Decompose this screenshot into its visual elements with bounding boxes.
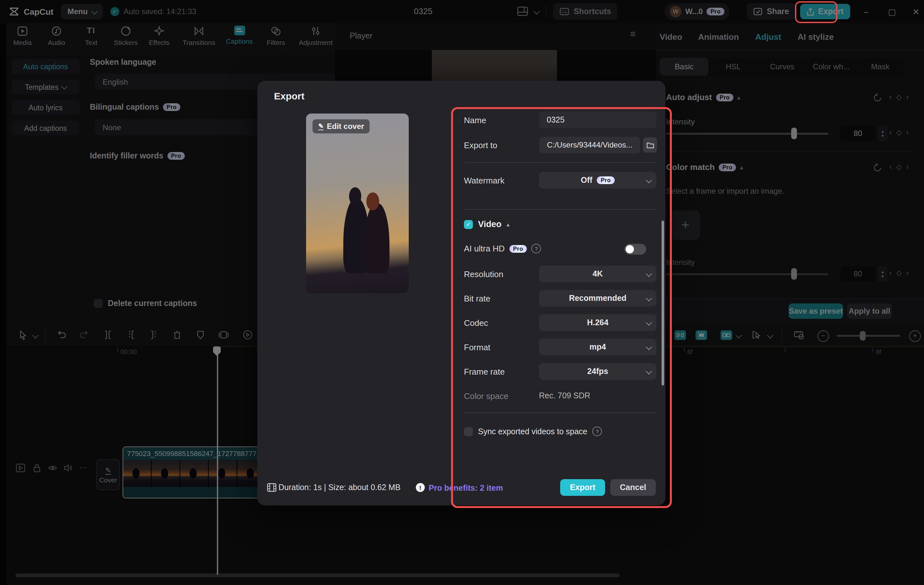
format-label: Format <box>464 343 490 352</box>
help-icon: ? <box>592 427 602 436</box>
pro-badge: Pro <box>509 245 527 252</box>
bitrate-dropdown[interactable]: Recommended <box>539 290 657 307</box>
info-icon: ! <box>416 483 425 492</box>
sync-row: Sync exported videos to space ? <box>464 427 602 436</box>
video-section-header: ✓ Video ▴ <box>464 219 510 229</box>
pro-badge: Pro <box>597 176 614 184</box>
collapse-icon[interactable]: ▴ <box>507 221 510 227</box>
codec-dropdown[interactable]: H.264 <box>539 314 657 331</box>
chevron-down-icon <box>646 319 652 326</box>
bitrate-label: Bit rate <box>464 294 490 303</box>
export-dialog: Export ✎ Edit cover Name Export to C:/Us… <box>257 81 665 506</box>
cover-preview: ✎ Edit cover <box>306 114 409 293</box>
chevron-down-icon <box>646 270 652 277</box>
video-checkbox[interactable]: ✓ <box>464 220 473 229</box>
chevron-down-icon <box>646 177 652 183</box>
format-dropdown[interactable]: mp4 <box>539 339 657 355</box>
divider <box>464 162 657 163</box>
edit-cover-button[interactable]: ✎ Edit cover <box>312 119 370 133</box>
resolution-dropdown[interactable]: 4K <box>539 265 657 282</box>
framerate-dropdown[interactable]: 24fps <box>539 363 657 380</box>
resolution-label: Resolution <box>464 269 503 279</box>
sync-checkbox[interactable] <box>464 427 473 436</box>
divider <box>464 209 657 210</box>
watermark-label: Watermark <box>464 176 504 185</box>
ai-ultra-hd-row: AI ultra HD Pro ? <box>464 244 541 253</box>
colorspace-label: Color space <box>464 391 508 401</box>
browse-folder-button[interactable] <box>643 137 657 153</box>
pro-benefits-link[interactable]: Pro benefits: 2 item <box>429 484 503 493</box>
capcut-window: CapCut Menu ✓ Auto saved: 14:21:33 0325 … <box>0 0 924 585</box>
chevron-down-icon <box>646 295 652 301</box>
divider <box>464 412 657 413</box>
cover-figure <box>365 203 389 273</box>
colorspace-value: Rec. 709 SDR <box>539 391 590 400</box>
name-input[interactable] <box>539 112 657 128</box>
pencil-icon: ✎ <box>318 122 324 130</box>
cover-figure-head <box>367 193 379 210</box>
framerate-label: Frame rate <box>464 367 505 377</box>
dialog-scrollbar[interactable] <box>662 221 664 386</box>
codec-label: Codec <box>464 318 488 328</box>
export-path-field[interactable]: C:/Users/93444/Videos... <box>539 137 640 153</box>
export-summary: Duration: 1s | Size: about 0.62 MB <box>279 483 400 492</box>
cancel-button[interactable]: Cancel <box>610 479 656 496</box>
chevron-down-icon <box>646 343 652 350</box>
export-to-label: Export to <box>464 140 497 150</box>
dialog-title: Export <box>274 91 304 101</box>
name-label: Name <box>464 115 486 125</box>
folder-icon <box>646 142 654 148</box>
film-icon <box>267 483 277 492</box>
help-icon: ? <box>531 244 541 253</box>
export-confirm-button[interactable]: Export <box>560 479 605 496</box>
ai-ultra-hd-toggle[interactable] <box>624 244 646 255</box>
chevron-down-icon <box>646 368 652 374</box>
watermark-dropdown[interactable]: Off Pro <box>539 172 657 189</box>
